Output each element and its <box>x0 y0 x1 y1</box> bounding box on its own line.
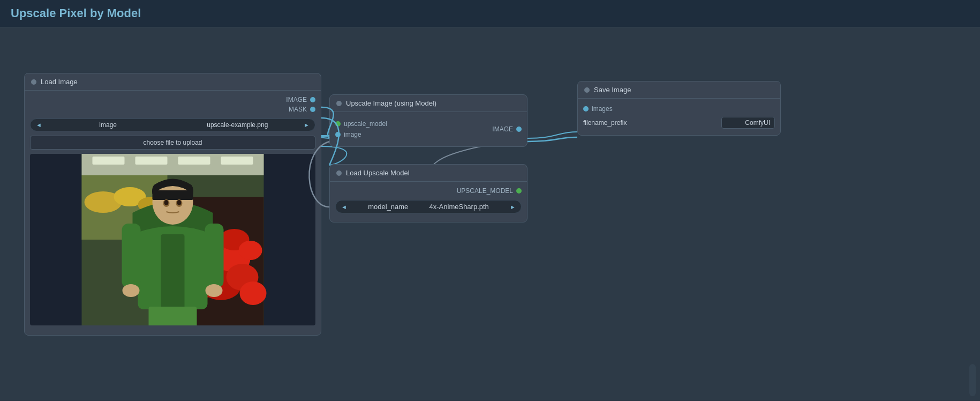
port-upscale-model-dot <box>335 121 341 127</box>
port-image-out-dot <box>516 127 522 132</box>
svg-rect-32 <box>205 224 224 288</box>
node-load-upscale-model: Load Upscale Model UPSCALE_MODEL ◄ model… <box>329 164 527 222</box>
svg-point-34 <box>206 284 223 297</box>
node-upscale-status-dot <box>336 101 342 106</box>
node-load-upscale-title: Load Upscale Model <box>330 165 527 182</box>
preview-svg <box>30 154 315 325</box>
node-upscale-model-status-dot <box>336 170 342 176</box>
port-image-out-upscale: IMAGE <box>487 124 527 135</box>
svg-point-33 <box>123 284 140 297</box>
port-image-dot <box>310 97 315 102</box>
upload-button[interactable]: choose file to upload <box>30 136 315 150</box>
prev-model-button[interactable]: ◄ <box>341 204 347 210</box>
node-load-upscale-body: UPSCALE_MODEL ◄ model_name 4x-AnimeSharp… <box>330 182 527 222</box>
filename-prefix-input[interactable]: ComfyUI <box>721 117 775 129</box>
port-upscale-model-out: UPSCALE_MODEL <box>330 186 527 196</box>
svg-rect-25 <box>153 190 193 200</box>
port-images-in: images <box>578 103 780 115</box>
port-image-in-dot <box>335 132 341 137</box>
node-save-image: Save Image images filename_prefix ComfyU… <box>577 81 781 136</box>
svg-rect-35 <box>149 307 197 325</box>
connection-to-save <box>527 132 577 138</box>
filename-prefix-label: filename_prefix <box>583 119 627 127</box>
svg-point-22 <box>239 241 262 260</box>
model-label: model_name <box>368 203 408 211</box>
port-upscale-model-in: upscale_model <box>330 118 428 129</box>
svg-rect-5 <box>221 157 253 165</box>
scrollbar[interactable] <box>969 364 976 396</box>
header: Upscale Pixel by Model <box>0 0 980 27</box>
upscale-left-ports: upscale_model image <box>330 118 428 140</box>
image-filename: upscale-example.png <box>175 121 301 129</box>
node-load-image: Load Image IMAGE MASK ◄ image upscale-ex… <box>24 73 321 336</box>
svg-point-29 <box>177 200 182 205</box>
port-image-in: image <box>330 129 428 140</box>
connection-mask <box>321 146 346 165</box>
svg-rect-2 <box>93 157 125 165</box>
canvas: Load Image IMAGE MASK ◄ image upscale-ex… <box>0 27 980 400</box>
svg-rect-4 <box>178 157 210 165</box>
preview-image <box>30 154 315 325</box>
filename-prefix-row: filename_prefix ComfyUI <box>578 115 780 131</box>
node-save-image-body: images filename_prefix ComfyUI <box>578 99 780 135</box>
node-upscale-image-body: upscale_model image IMAGE <box>330 112 527 146</box>
svg-rect-30 <box>161 234 185 309</box>
image-label: image <box>45 121 171 129</box>
port-image-out: IMAGE <box>25 95 321 105</box>
node-load-image-title: Load Image <box>25 73 321 91</box>
page-title: Upscale Pixel by Model <box>11 6 969 20</box>
svg-point-18 <box>240 281 267 305</box>
port-images-dot <box>583 106 589 112</box>
node-upscale-image-title: Upscale Image (using Model) <box>330 95 527 112</box>
next-image-button[interactable]: ► <box>304 122 310 128</box>
svg-rect-31 <box>122 224 141 288</box>
node-load-image-body: IMAGE MASK ◄ image upscale-example.png ►… <box>25 91 321 335</box>
node-save-image-title: Save Image <box>578 81 780 99</box>
port-upscale-out-dot <box>516 188 522 194</box>
model-selector[interactable]: ◄ model_name 4x-AnimeSharp.pth ► <box>335 200 522 213</box>
image-selector[interactable]: ◄ image upscale-example.png ► <box>30 118 315 131</box>
conn-upscale-to-save <box>527 137 577 142</box>
node-save-status-dot <box>584 87 590 93</box>
svg-rect-3 <box>135 157 168 165</box>
prev-image-button[interactable]: ◄ <box>36 122 42 128</box>
port-mask-out: MASK <box>25 105 321 114</box>
node-upscale-image: Upscale Image (using Model) upscale_mode… <box>329 94 527 147</box>
node-load-image-status-dot <box>31 79 36 85</box>
next-model-button[interactable]: ► <box>510 204 516 210</box>
upscale-right-ports: IMAGE <box>428 118 527 140</box>
svg-point-28 <box>164 200 169 205</box>
port-mask-dot <box>310 107 315 112</box>
model-value: 4x-AnimeSharp.pth <box>429 203 489 211</box>
